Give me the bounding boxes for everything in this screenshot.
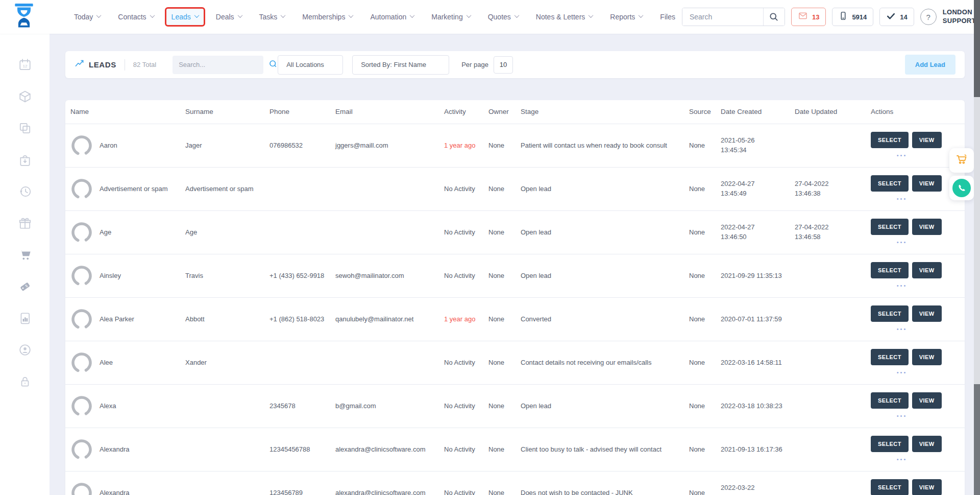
leads-table: NameSurnamePhoneEmailActivityOwnerStageS… xyxy=(65,100,965,495)
nav-item-marketing[interactable]: Marketing xyxy=(425,7,477,27)
nav-item-notes-letters[interactable]: Notes & Letters xyxy=(529,7,600,27)
per-page-value[interactable]: 10 xyxy=(494,56,513,74)
view-button[interactable]: VIEW xyxy=(912,392,942,409)
phone-count: 5914 xyxy=(852,13,867,21)
view-button[interactable]: VIEW xyxy=(912,349,942,365)
lead-source: None xyxy=(689,315,721,324)
lead-owner: None xyxy=(488,488,521,495)
gift-icon[interactable] xyxy=(18,217,32,230)
avatar xyxy=(70,221,93,244)
floating-call-button[interactable] xyxy=(949,176,974,200)
view-button[interactable]: VIEW xyxy=(912,219,942,235)
select-button[interactable]: SELECT xyxy=(871,436,909,452)
select-button[interactable]: SELECT xyxy=(871,175,909,192)
page-scrollbar[interactable] xyxy=(974,0,980,495)
lead-owner: None xyxy=(488,315,521,324)
chevron-down-icon xyxy=(589,13,594,18)
report-icon[interactable] xyxy=(18,312,32,325)
floating-cart-button[interactable] xyxy=(949,148,974,173)
lead-source: None xyxy=(689,488,721,495)
lead-stage: Does not wish to be contacted - JUNK xyxy=(521,488,689,495)
leads-search-input[interactable] xyxy=(179,61,268,68)
nav-item-deals[interactable]: Deals xyxy=(209,7,249,27)
lead-owner: None xyxy=(488,141,521,151)
lead-email: qanulubely@mailinator.net xyxy=(335,315,444,324)
account-icon[interactable] xyxy=(18,343,32,357)
lead-name: Aaron xyxy=(100,141,179,151)
chevron-down-icon xyxy=(281,13,286,18)
lead-name: Alexandra xyxy=(100,488,179,495)
shopping-bag-icon[interactable] xyxy=(18,153,32,167)
lead-name: Alee xyxy=(100,358,179,368)
view-button[interactable]: VIEW xyxy=(912,305,942,322)
view-button[interactable]: VIEW xyxy=(912,479,942,495)
more-actions-button[interactable]: ••• xyxy=(871,282,933,290)
more-actions-button[interactable]: ••• xyxy=(871,325,933,334)
location-filter-select[interactable]: All Locations xyxy=(278,55,343,75)
copy-icon[interactable] xyxy=(18,122,32,135)
lead-source: None xyxy=(689,402,721,411)
nav-item-today[interactable]: Today xyxy=(67,7,107,27)
nav-item-files[interactable]: Files xyxy=(653,7,682,27)
select-button[interactable]: SELECT xyxy=(871,219,909,235)
chevron-down-icon xyxy=(514,13,519,18)
topbar: TodayContactsLeadsDealsTasksMembershipsA… xyxy=(0,0,980,34)
select-button[interactable]: SELECT xyxy=(871,305,909,322)
cart-icon[interactable] xyxy=(18,248,32,262)
app-logo-hourglass-icon[interactable] xyxy=(12,4,36,30)
nav-item-quotes[interactable]: Quotes xyxy=(481,7,525,27)
table-row: Alexandra 12345456788 alexandra@clinicso… xyxy=(65,428,965,471)
view-button[interactable]: VIEW xyxy=(912,262,942,278)
lead-activity: No Activity xyxy=(444,358,488,368)
sort-by-select[interactable]: Sorted By: First Name xyxy=(352,55,449,75)
table-row: Alexa 2345678 b@gmail.com No Activity No… xyxy=(65,384,965,428)
add-lead-button[interactable]: Add Lead xyxy=(905,55,955,75)
search-icon[interactable] xyxy=(763,8,785,26)
table-header: NameSurnamePhoneEmailActivityOwnerStageS… xyxy=(65,100,965,124)
nav-item-contacts[interactable]: Contacts xyxy=(111,7,160,27)
tasks-badge[interactable]: 14 xyxy=(879,8,914,26)
table-row: Alea Parker Abbott +1 (862) 518-8023 qan… xyxy=(65,297,965,341)
help-button[interactable]: ? xyxy=(920,9,937,25)
search-icon[interactable] xyxy=(268,59,278,70)
package-icon[interactable] xyxy=(18,90,32,103)
lead-phone: +1 (433) 652-9918 xyxy=(270,271,335,281)
more-actions-button[interactable]: ••• xyxy=(871,239,933,247)
price-tag-icon[interactable]: $ xyxy=(18,280,32,293)
scrollbar-thumb[interactable] xyxy=(974,384,980,495)
col-header-activity: Activity xyxy=(444,107,488,117)
calendar-icon[interactable]: 12 xyxy=(18,58,32,72)
lead-activity: 1 year ago xyxy=(444,141,488,151)
select-button[interactable]: SELECT xyxy=(871,132,909,148)
chevron-down-icon xyxy=(466,13,471,18)
scrollbar-thumb[interactable] xyxy=(974,0,980,97)
leads-search xyxy=(173,56,263,74)
view-button[interactable]: VIEW xyxy=(912,132,942,148)
more-actions-button[interactable]: ••• xyxy=(871,152,933,160)
more-actions-button[interactable]: ••• xyxy=(871,412,933,420)
history-icon[interactable] xyxy=(18,185,32,198)
mail-badge[interactable]: 13 xyxy=(791,8,826,26)
nav-item-memberships[interactable]: Memberships xyxy=(296,7,359,27)
view-button[interactable]: VIEW xyxy=(912,436,942,452)
more-actions-button[interactable]: ••• xyxy=(871,195,933,203)
select-button[interactable]: SELECT xyxy=(871,349,909,365)
select-button[interactable]: SELECT xyxy=(871,262,909,278)
tasks-count: 14 xyxy=(900,13,907,21)
nav-item-automation[interactable]: Automation xyxy=(363,7,421,27)
more-actions-button[interactable]: ••• xyxy=(871,369,933,377)
nav-item-tasks[interactable]: Tasks xyxy=(253,7,292,27)
lead-email: jggers@maill.com xyxy=(335,141,444,151)
view-button[interactable]: VIEW xyxy=(912,175,942,192)
lead-activity: No Activity xyxy=(444,271,488,281)
global-search-input[interactable] xyxy=(682,8,763,26)
more-actions-button[interactable]: ••• xyxy=(871,456,933,464)
check-icon xyxy=(886,11,896,23)
col-header-owner: Owner xyxy=(488,107,521,117)
phone-badge[interactable]: 5914 xyxy=(832,8,873,26)
lock-icon[interactable] xyxy=(18,375,32,388)
nav-item-reports[interactable]: Reports xyxy=(603,7,649,27)
nav-item-leads[interactable]: Leads xyxy=(165,7,205,27)
select-button[interactable]: SELECT xyxy=(871,479,909,495)
select-button[interactable]: SELECT xyxy=(871,392,909,409)
